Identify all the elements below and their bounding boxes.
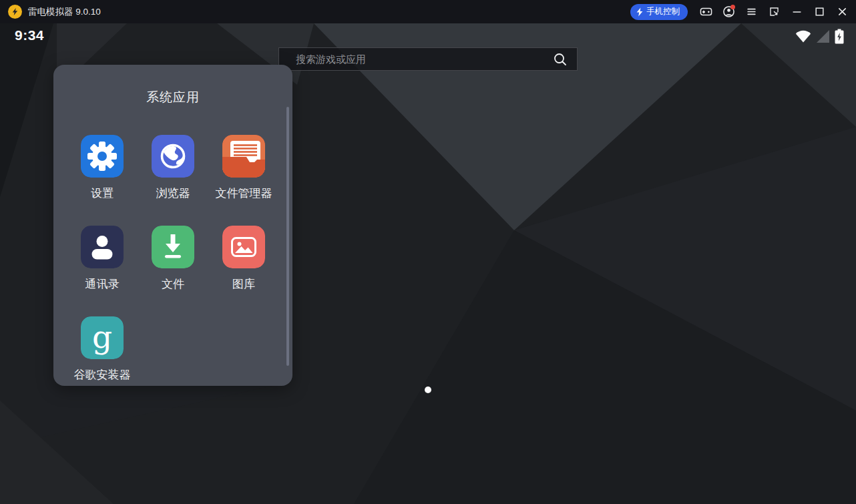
app-label: 文件管理器 bbox=[208, 186, 279, 201]
person-icon[interactable] bbox=[81, 226, 124, 268]
battery-charging-icon bbox=[835, 29, 844, 44]
android-screen: 9:34 系统应用 bbox=[0, 23, 856, 504]
titlebar-controls: 手机控制 bbox=[630, 0, 856, 23]
download-icon[interactable] bbox=[152, 226, 194, 268]
app-label: 浏览器 bbox=[138, 186, 208, 201]
gear-icon[interactable] bbox=[81, 135, 124, 178]
phone-control-button[interactable]: 手机控制 bbox=[630, 4, 688, 20]
folder-files-icon[interactable] bbox=[222, 135, 265, 178]
ldplayer-logo-icon bbox=[8, 5, 22, 19]
app-设置[interactable]: 设置 bbox=[67, 135, 138, 201]
window-title: 雷电模拟器 9.0.10 bbox=[28, 6, 101, 18]
app-label: 设置 bbox=[67, 186, 138, 201]
app-label: 文件 bbox=[138, 276, 208, 292]
titlebar-left: 雷电模拟器 9.0.10 bbox=[0, 5, 630, 19]
search-bar[interactable] bbox=[278, 47, 578, 71]
system-apps-panel: 系统应用 设置 浏览器 文件管理器 bbox=[53, 65, 292, 386]
app-文件管理器[interactable]: 文件管理器 bbox=[208, 135, 279, 201]
phone-control-label: 手机控制 bbox=[646, 6, 680, 17]
globe-icon[interactable] bbox=[152, 135, 194, 178]
panel-title: 系统应用 bbox=[53, 89, 292, 106]
window-titlebar: 雷电模拟器 9.0.10 手机控制 bbox=[0, 0, 856, 23]
search-icon[interactable] bbox=[553, 52, 568, 67]
menu-icon[interactable] bbox=[740, 0, 763, 23]
panel-scrollbar[interactable] bbox=[286, 107, 289, 366]
app-label: 图库 bbox=[208, 276, 279, 292]
app-浏览器[interactable]: 浏览器 bbox=[138, 135, 208, 201]
app-图库[interactable]: 图库 bbox=[208, 226, 279, 292]
status-icons bbox=[791, 29, 844, 44]
lightning-icon bbox=[636, 7, 644, 17]
clock: 9:34 bbox=[15, 27, 44, 43]
cell-signal-icon bbox=[816, 29, 830, 43]
app-label: 谷歌安装器 bbox=[67, 367, 138, 383]
app-谷歌安装器[interactable]: g 谷歌安装器 bbox=[67, 316, 138, 383]
app-文件[interactable]: 文件 bbox=[138, 226, 208, 292]
maximize-icon[interactable] bbox=[808, 0, 831, 23]
app-label: 通讯录 bbox=[67, 276, 138, 292]
svg-text:g: g bbox=[92, 318, 112, 355]
account-icon[interactable] bbox=[717, 0, 740, 23]
letter-g-icon[interactable]: g bbox=[81, 316, 124, 359]
notification-dot bbox=[730, 5, 735, 9]
gamepad-icon[interactable] bbox=[694, 0, 717, 23]
minimize-icon[interactable] bbox=[785, 0, 808, 23]
page-indicator-dot[interactable] bbox=[425, 387, 431, 393]
app-通讯录[interactable]: 通讯录 bbox=[67, 226, 138, 292]
gallery-icon[interactable] bbox=[222, 226, 265, 268]
mini-window-icon[interactable] bbox=[763, 0, 785, 23]
search-input[interactable] bbox=[294, 53, 553, 65]
wifi-icon bbox=[795, 29, 811, 43]
close-icon[interactable] bbox=[831, 0, 853, 23]
